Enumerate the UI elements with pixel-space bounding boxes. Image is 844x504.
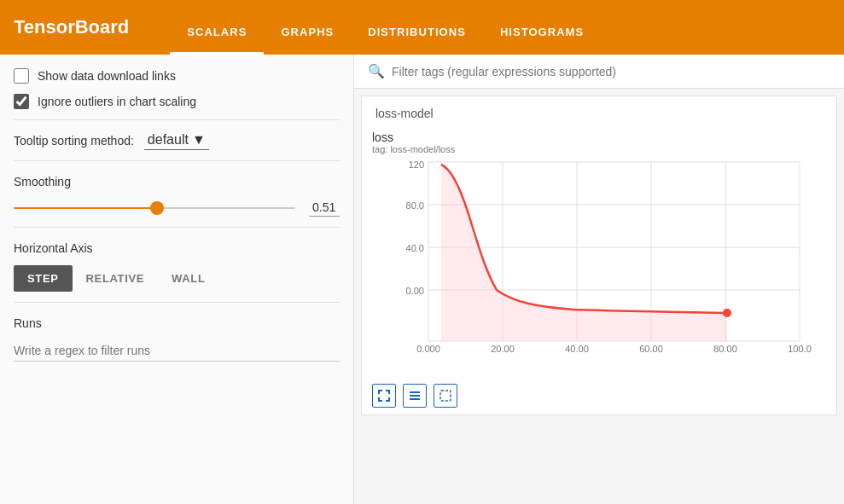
svg-text:20.00: 20.00 bbox=[491, 344, 515, 354]
svg-point-18 bbox=[723, 309, 731, 317]
svg-text:100.0: 100.0 bbox=[788, 344, 812, 354]
horizontal-axis-title: Horizontal Axis bbox=[14, 241, 340, 255]
runs-filter-input[interactable] bbox=[14, 340, 340, 362]
dropdown-arrow-icon: ▼ bbox=[192, 132, 206, 148]
svg-rect-20 bbox=[410, 395, 420, 397]
tab-graphs[interactable]: GRAPHS bbox=[264, 26, 351, 55]
tag-filter-input[interactable] bbox=[392, 65, 830, 78]
show-download-row: Show data download links bbox=[14, 68, 340, 84]
chart-svg: 120 80.0 40.0 0.00 0.000 20.00 40.00 60.… bbox=[372, 158, 826, 371]
svg-text:80.0: 80.0 bbox=[406, 200, 424, 211]
svg-text:80.00: 80.00 bbox=[713, 344, 737, 354]
runs-title: Runs bbox=[14, 316, 340, 330]
tab-histograms[interactable]: HISTOGRAMS bbox=[483, 26, 601, 55]
divider-2 bbox=[14, 160, 340, 161]
fullscreen-button[interactable] bbox=[372, 384, 396, 408]
svg-rect-22 bbox=[440, 391, 451, 401]
tooltip-sorting-label: Tooltip sorting method: bbox=[14, 134, 134, 148]
svg-text:60.00: 60.00 bbox=[639, 344, 663, 354]
sidebar: Show data download links Ignore outliers… bbox=[0, 55, 354, 504]
chart-title: loss bbox=[372, 130, 826, 144]
chart-toolbar bbox=[362, 380, 836, 414]
smoothing-row: 0.51 bbox=[14, 199, 340, 217]
axis-btn-wall[interactable]: WALL bbox=[158, 265, 218, 292]
divider-1 bbox=[14, 119, 340, 120]
list-button[interactable] bbox=[403, 384, 427, 408]
filter-bar: 🔍 bbox=[354, 55, 844, 89]
svg-text:0.000: 0.000 bbox=[416, 344, 440, 354]
chart-section: loss-model loss tag: loss-model/loss bbox=[361, 96, 837, 415]
selection-button[interactable] bbox=[434, 384, 457, 408]
axis-buttons: STEP RELATIVE WALL bbox=[14, 265, 340, 292]
tooltip-value: default bbox=[148, 132, 189, 148]
svg-text:0.00: 0.00 bbox=[406, 286, 424, 296]
tooltip-select[interactable]: default ▼ bbox=[144, 130, 209, 150]
show-download-label: Show data download links bbox=[38, 69, 176, 83]
search-icon: 🔍 bbox=[368, 63, 385, 79]
svg-text:40.0: 40.0 bbox=[406, 243, 424, 253]
header: TensorBoard SCALARS GRAPHS DISTRIBUTIONS… bbox=[0, 0, 844, 55]
svg-text:120: 120 bbox=[409, 159, 424, 170]
chart-svg-container: 120 80.0 40.0 0.00 0.000 20.00 40.00 60.… bbox=[372, 158, 826, 374]
show-download-checkbox[interactable] bbox=[14, 68, 29, 84]
axis-btn-step[interactable]: STEP bbox=[14, 265, 73, 292]
divider-4 bbox=[14, 302, 340, 303]
divider-3 bbox=[14, 227, 340, 228]
ignore-outliers-label: Ignore outliers in chart scaling bbox=[38, 95, 196, 108]
chart-wrapper: loss tag: loss-model/loss bbox=[362, 124, 836, 380]
tab-scalars[interactable]: SCALARS bbox=[170, 26, 264, 55]
svg-rect-19 bbox=[410, 391, 420, 393]
smoothing-title: Smoothing bbox=[14, 175, 340, 188]
svg-text:40.00: 40.00 bbox=[565, 344, 589, 354]
chart-group-title: loss-model bbox=[362, 96, 836, 124]
tooltip-row: Tooltip sorting method: default ▼ bbox=[14, 130, 340, 150]
axis-btn-relative[interactable]: RELATIVE bbox=[73, 265, 159, 292]
svg-rect-21 bbox=[410, 398, 420, 400]
chart-subtitle: tag: loss-model/loss bbox=[372, 144, 826, 154]
main-layout: Show data download links Ignore outliers… bbox=[0, 55, 844, 504]
app-logo: TensorBoard bbox=[14, 16, 129, 38]
smoothing-value: 0.51 bbox=[309, 199, 340, 217]
nav-tabs: SCALARS GRAPHS DISTRIBUTIONS HISTOGRAMS bbox=[170, 0, 601, 55]
ignore-outliers-checkbox[interactable] bbox=[14, 94, 29, 109]
smoothing-slider-container bbox=[14, 200, 295, 217]
ignore-outliers-row: Ignore outliers in chart scaling bbox=[14, 94, 340, 109]
content-area: 🔍 loss-model loss tag: loss-model/loss bbox=[354, 55, 844, 504]
tab-distributions[interactable]: DISTRIBUTIONS bbox=[351, 26, 483, 55]
